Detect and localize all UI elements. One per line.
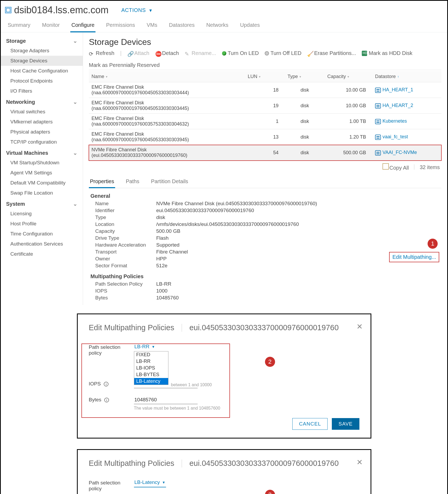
sidebar-group-networking[interactable]: Networking⌄ — [1, 96, 83, 107]
sidebar-item-vmkernel-adapters[interactable]: VMkernel adapters — [1, 117, 83, 127]
col-header-name[interactable]: Name ▾ — [89, 71, 245, 82]
col-header-lun[interactable]: LUN ▾ — [245, 71, 285, 82]
sidebar-item-protocol-endpoints[interactable]: Protocol Endpoints — [1, 76, 83, 86]
sidebar-item-host-cache-configuration[interactable]: Host Cache Configuration — [1, 66, 83, 76]
sidebar-group-system[interactable]: System⌄ — [1, 198, 83, 209]
sidebar-item-i-o-filters[interactable]: I/O Filters — [1, 86, 83, 96]
erase-partitions-button[interactable]: 🧹Erase Partitions... — [307, 50, 356, 56]
detail-tab-partition-details[interactable]: Partition Details — [150, 178, 189, 188]
policy-dropdown[interactable]: FIXEDLB-RRLB-IOPSLB-BYTESLB-Latency — [134, 351, 168, 385]
chevron-down-icon: ▾ — [299, 75, 301, 79]
cell-datastore[interactable]: Kubernetes — [372, 116, 441, 126]
tab-monitor[interactable]: Monitor — [41, 19, 61, 32]
mark-perennial-button[interactable]: Mark as Perennially Reserved — [89, 62, 160, 68]
sidebar-group-storage[interactable]: Storage⌄ — [1, 35, 83, 46]
policy-select[interactable]: LB-RR ▼ — [134, 343, 156, 352]
rename-button[interactable]: ✎Rename... — [185, 50, 216, 56]
policy-option-lb-rr[interactable]: LB-RR — [134, 358, 168, 365]
sidebar-item-tcp-ip-configuration[interactable]: TCP/IP configuration — [1, 137, 83, 147]
iops-helper: between 1 and 10000 — [171, 383, 212, 387]
detail-tab-paths[interactable]: Paths — [125, 178, 140, 188]
policy-option-lb-bytes[interactable]: LB-BYTES — [134, 371, 168, 378]
cell-datastore[interactable]: HA_HEART_2 — [372, 101, 441, 110]
sidebar-group-virtual-machines[interactable]: Virtual Machines⌄ — [1, 147, 83, 158]
mark-hdd-button[interactable]: HDDMark as HDD Disk — [362, 50, 412, 56]
kv-key: Location — [95, 221, 156, 227]
close-icon[interactable]: ✕ — [356, 322, 363, 331]
kv-row: Hardware AccelerationSupported — [90, 242, 440, 248]
cell-datastore[interactable]: VAAI_FC-NVMe — [372, 148, 441, 157]
sidebar: Storage⌄Storage AdaptersStorage DevicesH… — [1, 32, 83, 305]
actions-menu[interactable]: ACTIONS ▼ — [121, 7, 153, 13]
detach-label: Detach — [162, 50, 179, 56]
sidebar-item-certificate[interactable]: Certificate — [1, 249, 83, 259]
policy-option-lb-iops[interactable]: LB-IOPS — [134, 365, 168, 371]
col-header-type[interactable]: Type ▾ — [285, 71, 325, 82]
sidebar-item-storage-devices[interactable]: Storage Devices — [1, 56, 83, 66]
item-count: 32 items — [420, 164, 440, 171]
tab-vms[interactable]: VMs — [146, 19, 158, 32]
sidebar-item-agent-vm-settings[interactable]: Agent VM Settings — [1, 168, 83, 178]
info-icon[interactable]: i — [104, 382, 108, 386]
kv-key: Type — [95, 214, 156, 220]
cell-datastore[interactable]: HA_HEART_1 — [372, 85, 441, 95]
kv-value: eui.04505330303033370000976000019760 — [156, 208, 440, 213]
erase-label: Erase Partitions... — [314, 50, 356, 56]
edit-multipathing-link[interactable]: Edit Multipathing... — [389, 252, 439, 262]
policy-select[interactable]: LB-Latency ▼ — [134, 479, 166, 487]
cell-name: EMC Fibre Channel Disk (naa.600009700001… — [89, 129, 245, 145]
policy-option-lb-latency[interactable]: LB-Latency — [134, 378, 168, 385]
sidebar-item-virtual-switches[interactable]: Virtual switches — [1, 107, 83, 117]
sidebar-item-default-vm-compatibility[interactable]: Default VM Compatibility — [1, 178, 83, 188]
table-row[interactable]: EMC Fibre Channel Disk (naa.600009700001… — [89, 98, 441, 114]
separator — [182, 459, 182, 467]
sidebar-item-authentication-services[interactable]: Authentication Services — [1, 239, 83, 249]
sidebar-item-swap-file-location[interactable]: Swap File Location — [1, 188, 83, 198]
turn-off-led-button[interactable]: Turn Off LED — [265, 50, 302, 56]
tab-permissions[interactable]: Permissions — [105, 19, 136, 32]
dialog-title: Edit Multipathing Policies — [89, 459, 174, 468]
detail-tab-properties[interactable]: Properties — [89, 178, 115, 188]
table-row[interactable]: EMC Fibre Channel Disk (naa.600009700001… — [89, 129, 441, 145]
step-badge-2: 2 — [265, 357, 275, 367]
kv-value: 500.00 GB — [156, 228, 440, 234]
cancel-button[interactable]: CANCEL — [292, 418, 328, 430]
cell-capacity: 1.00 TB — [325, 117, 372, 126]
turn-on-led-button[interactable]: Turn On LED — [222, 50, 259, 56]
cell-name: EMC Fibre Channel Disk (naa.600009700001… — [89, 82, 245, 98]
col-header-datastore[interactable]: Datastore ↑ — [372, 71, 441, 82]
table-row[interactable]: EMC Fibre Channel Disk (naa.600009700001… — [89, 114, 441, 129]
col-header-capacity[interactable]: Capacity ▾ — [325, 71, 372, 82]
kv-key: Name — [95, 201, 156, 207]
policy-option-fixed[interactable]: FIXED — [134, 351, 168, 358]
bytes-input[interactable] — [134, 396, 198, 404]
tab-summary[interactable]: Summary — [7, 19, 32, 32]
separator: | — [120, 50, 121, 56]
copy-all-button[interactable]: Copy All — [382, 164, 409, 171]
table-row[interactable]: NVMe Fibre Channel Disk (eui.04505330303… — [89, 145, 441, 161]
cell-type: disk — [285, 117, 325, 126]
attach-button[interactable]: 🔗Attach — [127, 50, 149, 56]
table-row[interactable]: EMC Fibre Channel Disk (naa.600009700001… — [89, 82, 441, 98]
sidebar-item-time-configuration[interactable]: Time Configuration — [1, 229, 83, 239]
sidebar-item-storage-adapters[interactable]: Storage Adapters — [1, 46, 83, 56]
kv-row: Drive TypeFlash — [90, 235, 440, 242]
refresh-button[interactable]: ⟳Refresh — [89, 50, 114, 56]
sidebar-item-host-profile[interactable]: Host Profile — [1, 219, 83, 229]
save-button[interactable]: SAVE — [332, 418, 359, 430]
sidebar-item-licensing[interactable]: Licensing — [1, 209, 83, 219]
info-icon[interactable]: i — [104, 398, 109, 402]
tab-updates[interactable]: Updates — [239, 19, 261, 32]
tab-datastores[interactable]: Datastores — [168, 19, 196, 32]
primary-tabs: SummaryMonitorConfigurePermissionsVMsDat… — [1, 17, 447, 32]
cell-datastore[interactable]: vaai_fc_test — [372, 132, 441, 142]
detach-button[interactable]: ⛔Detach — [155, 50, 179, 56]
page-title: Storage Devices — [89, 37, 441, 47]
bytes-field: Bytes i The value must be between 1 and … — [89, 396, 359, 411]
tab-networks[interactable]: Networks — [205, 19, 229, 32]
table-footer: Copy All 32 items — [89, 161, 441, 175]
sidebar-item-vm-startup-shutdown[interactable]: VM Startup/Shutdown — [1, 158, 83, 168]
sidebar-item-physical-adapters[interactable]: Physical adapters — [1, 127, 83, 137]
close-icon[interactable]: ✕ — [356, 458, 363, 467]
tab-configure[interactable]: Configure — [70, 19, 95, 32]
